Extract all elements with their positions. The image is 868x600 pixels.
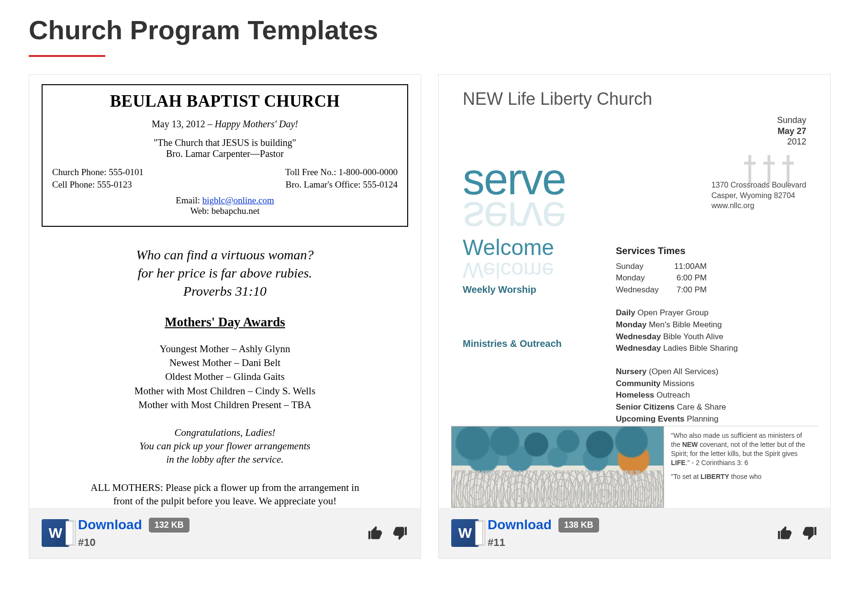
t1-script-line: for her price is far above rubies. bbox=[42, 264, 408, 282]
t2-ministries-block: Nursery (Open All Services) Community Mi… bbox=[616, 366, 806, 425]
word-icon bbox=[451, 519, 479, 547]
t2-weekly-label: Daily bbox=[616, 308, 635, 317]
t1-contacts: Church Phone: 555-0101 Cell Phone: 555-0… bbox=[52, 166, 398, 190]
t2-addr-line: Casper, Wyoming 82704 bbox=[712, 190, 806, 201]
t2-min-label: Community bbox=[616, 379, 661, 388]
t1-web: Web: bebapchu.net bbox=[52, 206, 398, 216]
t2-weekly-label: Wednesday bbox=[616, 344, 661, 353]
thumbs-down-icon[interactable] bbox=[392, 525, 408, 541]
thumbs-up-icon[interactable] bbox=[367, 525, 383, 541]
t2-min-text: Outreach bbox=[654, 390, 690, 400]
t1-tollfree: Toll Free No.: 1-800-000-0000 bbox=[285, 166, 398, 178]
template-preview[interactable]: NEW Life Liberty Church Sunday May 27 20… bbox=[439, 75, 830, 508]
t1-congrats-line: in the lobby after the service. bbox=[42, 453, 408, 466]
t2-svc-time: 11:00AM bbox=[674, 261, 707, 273]
t2-crosses-icon bbox=[741, 155, 797, 184]
t2-church-name: NEW Life Liberty Church bbox=[463, 89, 652, 109]
download-link[interactable]: Download bbox=[78, 517, 142, 533]
size-badge: 132 KB bbox=[149, 518, 189, 533]
t1-award-item: Youngest Mother – Ashly Glynn bbox=[42, 342, 408, 356]
download-link[interactable]: Download bbox=[488, 517, 552, 533]
t2-date-block: Sunday May 27 2012 bbox=[777, 115, 806, 147]
t2-quote-bold: LIFE bbox=[671, 459, 685, 467]
t1-award-item: Newest Mother – Dani Belt bbox=[42, 356, 408, 370]
t2-svc-time: 6:00 PM bbox=[677, 272, 707, 284]
thumbs-up-icon[interactable] bbox=[777, 525, 793, 541]
t2-weekly-text: Open Prayer Group bbox=[635, 308, 709, 317]
t2-date-day: Sunday bbox=[777, 115, 806, 126]
card-footer: Download 138 KB #11 bbox=[439, 508, 830, 558]
t2-min-label: Upcoming Events bbox=[616, 414, 685, 423]
t2-weekly-text: Ladies Bible Sharing bbox=[661, 344, 738, 353]
t2-min-label: Homeless bbox=[616, 390, 654, 400]
t2-welcome: Welcome Welcome bbox=[463, 234, 597, 260]
t2-quote-text: ." - 2 Corinthians 3: 6 bbox=[686, 459, 748, 467]
t1-church-name: BEULAH BAPTIST CHURCH bbox=[52, 92, 398, 111]
t1-office: Bro. Lamar's Office: 555-0124 bbox=[285, 178, 398, 191]
t2-services-head: Services Times bbox=[616, 244, 806, 258]
title-underline bbox=[29, 55, 105, 57]
t1-scripture: Who can find a virtuous woman? for her p… bbox=[42, 246, 408, 300]
t2-svc-day: Wednesday bbox=[616, 284, 658, 296]
t1-awards-heading: Mothers' Day Awards bbox=[42, 315, 408, 330]
t1-church-phone: Church Phone: 555-0101 bbox=[52, 166, 144, 178]
t1-date-italic: Happy Mothers' Day! bbox=[215, 119, 298, 129]
t2-svc-day: Monday bbox=[616, 272, 645, 284]
t1-congrats: Congratulations, Ladies! You can pick up… bbox=[42, 426, 408, 467]
item-number: #10 bbox=[78, 536, 189, 549]
t2-quote-text: "To set at bbox=[671, 473, 701, 480]
t2-weekly-text: Bible Youth Alive bbox=[661, 332, 723, 341]
t1-email-link: bigblc@online.com bbox=[202, 195, 274, 205]
t1-script-line: Proverbs 31:10 bbox=[42, 282, 408, 300]
t2-addr-line: www.nllc.org bbox=[712, 200, 806, 211]
t1-cell-phone: Cell Phone: 555-0123 bbox=[52, 178, 144, 191]
t2-welcome-reflect: Welcome bbox=[463, 257, 554, 283]
t1-script-line: Who can find a virtuous woman? bbox=[42, 246, 408, 264]
t2-addr-line: 1370 Crossroads Boulevard bbox=[712, 180, 806, 190]
t2-min-label: Senior Citizens bbox=[616, 402, 675, 411]
t2-weekly-label: Monday bbox=[616, 320, 646, 329]
t1-pastor: Bro. Lamar Carpenter—Pastor bbox=[52, 148, 398, 159]
t2-welcome-text: Welcome bbox=[463, 235, 554, 260]
t1-date-prefix: May 13, 2012 – bbox=[152, 119, 215, 129]
template-preview[interactable]: BEULAH BAPTIST CHURCH May 13, 2012 – Hap… bbox=[29, 75, 421, 508]
t2-weekly-text: Men's Bible Meeting bbox=[646, 320, 722, 329]
t1-congrats-line: Congratulations, Ladies! bbox=[42, 426, 408, 439]
card-footer: Download 132 KB #10 bbox=[29, 508, 421, 558]
t2-weekly-label: Wednesday bbox=[616, 332, 661, 341]
t2-min-text: Care & Share bbox=[675, 402, 726, 411]
t1-slogan: "The Church that JESUS is building" bbox=[52, 137, 398, 148]
t2-svc-day: Sunday bbox=[616, 261, 644, 273]
t2-quote-box: "Who also made us sufficient as minister… bbox=[664, 426, 818, 508]
t2-min-text: (Open All Services) bbox=[646, 367, 718, 376]
t1-allmothers-line: front of the pulpit before you leave. We… bbox=[42, 494, 408, 508]
t2-quote-text: those who bbox=[729, 473, 762, 480]
t2-min-label: Nursery bbox=[616, 367, 646, 376]
template-card: NEW Life Liberty Church Sunday May 27 20… bbox=[438, 74, 831, 559]
t1-award-item: Mother with Most Children Present – TBA bbox=[42, 398, 408, 412]
t2-bottom-row: "Who also made us sufficient as minister… bbox=[451, 426, 818, 508]
thumbs-down-icon[interactable] bbox=[801, 525, 818, 541]
item-number: #11 bbox=[488, 536, 599, 549]
t1-congrats-line: You can pick up your flower arrangements bbox=[42, 439, 408, 453]
t2-min-text: Missions bbox=[661, 379, 695, 388]
t2-section-weekly: Weekly Worship bbox=[463, 284, 597, 295]
t2-min-text: Planning bbox=[685, 414, 719, 423]
t1-email-line: Email: bigblc@online.com bbox=[52, 195, 398, 206]
t2-quote-bold: LIBERTY bbox=[701, 473, 729, 480]
download-info: Download 138 KB #11 bbox=[488, 517, 599, 549]
page-title: Church Program Templates bbox=[29, 14, 839, 45]
size-badge: 138 KB bbox=[558, 518, 599, 533]
t1-awards-list: Youngest Mother – Ashly Glynn Newest Mot… bbox=[42, 342, 408, 412]
t2-address: 1370 Crossroads Boulevard Casper, Wyomin… bbox=[712, 180, 806, 211]
cards-row: BEULAH BAPTIST CHURCH May 13, 2012 – Hap… bbox=[29, 74, 839, 559]
word-icon bbox=[42, 519, 69, 547]
t2-quote-bold: NEW bbox=[682, 441, 698, 448]
t1-date-line: May 13, 2012 – Happy Mothers' Day! bbox=[52, 119, 398, 130]
t1-all-mothers: ALL MOTHERS: Please pick a flower up fro… bbox=[42, 481, 408, 508]
t1-allmothers-line: ALL MOTHERS: Please pick a flower up fro… bbox=[42, 481, 408, 494]
t2-weekly-block: Daily Open Prayer Group Monday Men's Bib… bbox=[616, 307, 806, 355]
t1-award-item: Mother with Most Children – Cindy S. Wel… bbox=[42, 384, 408, 398]
t2-date-bold: May 27 bbox=[777, 126, 806, 137]
template-card: BEULAH BAPTIST CHURCH May 13, 2012 – Hap… bbox=[29, 74, 421, 559]
